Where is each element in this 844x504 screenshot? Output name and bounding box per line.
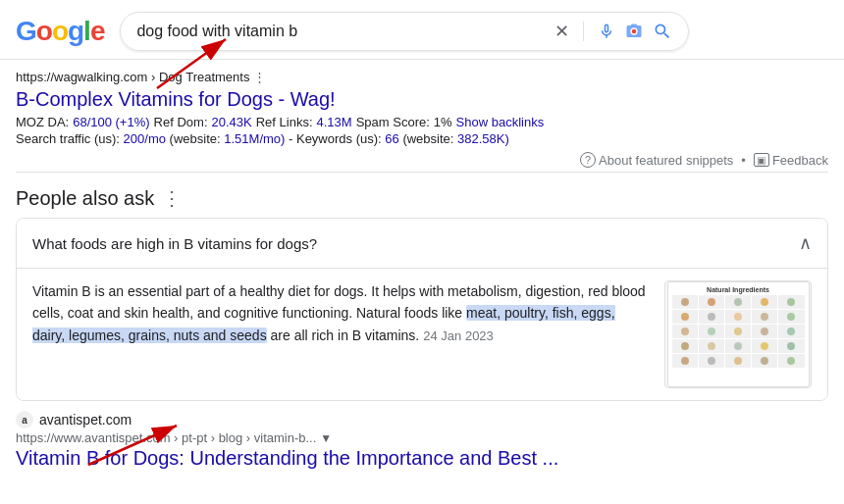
result2-url-line: https://www.avantispet.com › pt-pt › blo… xyxy=(16,430,828,445)
traffic-label: Search traffic (us): xyxy=(16,131,120,146)
moz-bar: MOZ DA: 68/100 (+1%) Ref Dom: 20.43K Ref… xyxy=(16,115,828,129)
paa-answer-text: Vitamin B is an essential part of a heal… xyxy=(32,280,649,388)
main-content: https://wagwalking.com › Dog Treatments … xyxy=(0,60,844,474)
about-snippets-link[interactable]: ? About featured snippets xyxy=(580,152,733,168)
search-icons: ✕ xyxy=(554,21,672,42)
show-backlinks-link[interactable]: Show backlinks xyxy=(456,115,545,129)
nat-cell xyxy=(778,310,804,324)
result1-url: https://wagwalking.com › Dog Treatments xyxy=(16,70,249,84)
logo-o1: o xyxy=(36,16,52,46)
result1-url-more[interactable]: ⋮ xyxy=(253,70,266,84)
nat-cell xyxy=(699,325,724,338)
paa-title: People also ask xyxy=(16,187,154,210)
nat-title: Natural Ingredients xyxy=(672,286,805,293)
search-button[interactable] xyxy=(653,22,672,41)
paa-menu-icon[interactable]: ⋮ xyxy=(162,186,182,210)
traffic-keywords-value: 66 xyxy=(385,131,398,146)
feedback-label: Feedback xyxy=(772,153,828,168)
spam-score-value: 1% xyxy=(434,115,452,129)
about-snippets-label: About featured snippets xyxy=(599,153,733,168)
paa-item: What foods are high in B vitamins for do… xyxy=(16,218,828,401)
nat-cell xyxy=(672,325,698,338)
nat-cell xyxy=(778,354,804,368)
nat-cell xyxy=(725,354,751,368)
logo-e: e xyxy=(90,16,105,46)
nat-cell xyxy=(778,325,804,338)
paa-question-text: What foods are high in B vitamins for do… xyxy=(32,235,317,252)
traffic-website-label: (website: xyxy=(170,131,221,146)
nat-cell xyxy=(725,339,751,353)
nat-cell xyxy=(672,295,698,309)
spam-score-label: Spam Score: xyxy=(356,115,430,129)
traffic-keywords-label: - Keywords (us): xyxy=(289,131,382,146)
result2-domain-text: avantispet.com xyxy=(39,412,132,428)
nat-cell xyxy=(752,339,777,353)
result1-title[interactable]: B-Complex Vitamins for Dogs - Wag! xyxy=(16,88,828,111)
ref-links-label: Ref Links: xyxy=(256,115,313,129)
ref-links-value: 4.13M xyxy=(317,115,352,129)
paa-header: People also ask ⋮ xyxy=(16,186,828,210)
nat-cell xyxy=(672,354,698,368)
nat-cell xyxy=(699,295,724,309)
divider xyxy=(583,22,584,41)
paa-question[interactable]: What foods are high in B vitamins for do… xyxy=(17,219,827,268)
logo-l: l xyxy=(83,16,90,46)
header: Google ✕ xyxy=(0,0,844,60)
search-bar[interactable]: ✕ xyxy=(120,12,689,51)
logo-g2: g xyxy=(68,16,83,46)
nat-cell xyxy=(699,339,724,353)
nat-cell xyxy=(752,354,777,368)
traffic-bar: Search traffic (us): 200/mo (website: 1.… xyxy=(16,131,828,146)
nat-cell xyxy=(672,310,698,324)
nat-cell xyxy=(725,310,751,324)
nat-cell xyxy=(699,310,724,324)
lens-icon[interactable] xyxy=(625,23,643,40)
moz-da-value: 68/100 (+1%) xyxy=(73,115,149,129)
ref-dom-label: Ref Dom: xyxy=(154,115,208,129)
result1-breadcrumb: https://wagwalking.com › Dog Treatments … xyxy=(16,60,828,86)
result2-domain: a avantispet.com xyxy=(16,411,828,428)
nat-img: Natural Ingredients xyxy=(667,281,810,387)
paa-chevron-icon: ∧ xyxy=(799,232,812,254)
feedback-row: ? About featured snippets • ▣ Feedback xyxy=(16,152,828,168)
feedback-dot: • xyxy=(741,153,746,168)
nat-grid xyxy=(672,295,805,368)
result2-title[interactable]: Vitamin B for Dogs: Understanding the Im… xyxy=(16,447,828,470)
nat-cell xyxy=(699,354,724,368)
feedback-link[interactable]: ▣ Feedback xyxy=(754,153,828,168)
traffic-us-value: 200/mo xyxy=(124,131,166,146)
nat-cell xyxy=(725,295,751,309)
logo-o2: o xyxy=(52,16,68,46)
paa-answer-area: Vitamin B is an essential part of a heal… xyxy=(17,268,827,400)
ref-dom-value: 20.43K xyxy=(212,115,252,129)
nat-cell xyxy=(752,310,777,324)
nat-cell xyxy=(778,339,804,353)
traffic-website-value: 1.51M/mo) xyxy=(224,131,285,146)
separator xyxy=(16,172,828,173)
svg-point-0 xyxy=(632,29,637,34)
clear-button[interactable]: ✕ xyxy=(554,21,569,42)
nat-cell xyxy=(752,295,777,309)
paa-text-after: are all rich in B vitamins. xyxy=(267,328,420,343)
traffic-kw-website-value: 382.58K) xyxy=(457,131,509,146)
moz-da-label: MOZ DA: xyxy=(16,115,69,129)
nat-cell xyxy=(672,339,698,353)
traffic-kw-website-label: (website: xyxy=(402,131,453,146)
paa-date: 24 Jan 2023 xyxy=(423,328,494,343)
google-logo: Google xyxy=(16,16,104,47)
help-circle-icon: ? xyxy=(580,152,596,168)
result2-url: https://www.avantispet.com › pt-pt › blo… xyxy=(16,430,316,445)
search-input[interactable] xyxy=(136,23,554,40)
paa-image: Natural Ingredients xyxy=(664,280,812,388)
result2-favicon: a xyxy=(16,411,33,428)
result2-dropdown-icon[interactable]: ▼ xyxy=(320,431,332,445)
logo-g: G xyxy=(16,16,36,46)
nat-cell xyxy=(778,295,804,309)
feedback-icon: ▣ xyxy=(754,153,769,167)
result2: a avantispet.com https://www.avantispet.… xyxy=(16,411,828,470)
mic-icon[interactable] xyxy=(598,23,615,40)
nat-cell xyxy=(752,325,777,338)
nat-cell xyxy=(725,325,751,338)
